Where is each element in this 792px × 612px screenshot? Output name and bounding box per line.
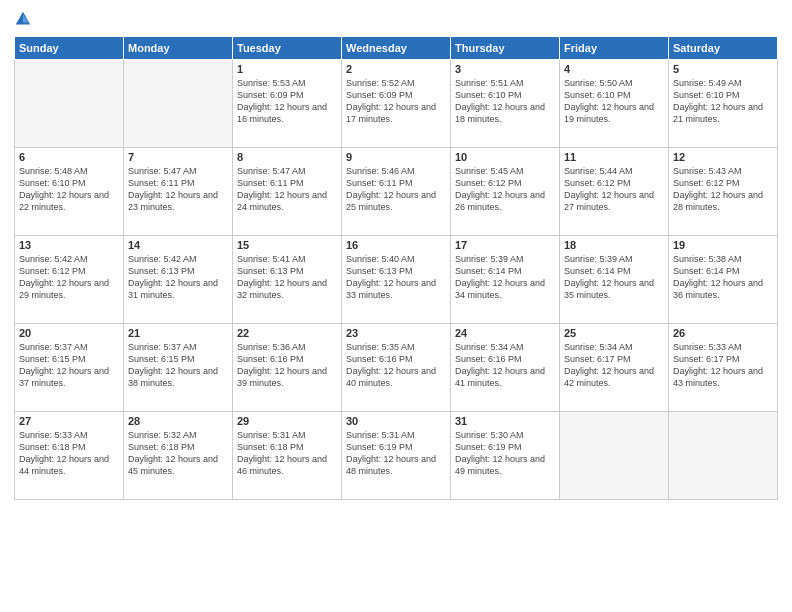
day-number: 27 (19, 415, 119, 427)
cell-info: Sunrise: 5:33 AM Sunset: 6:18 PM Dayligh… (19, 429, 119, 478)
calendar-cell: 29Sunrise: 5:31 AM Sunset: 6:18 PM Dayli… (233, 412, 342, 500)
calendar-cell: 10Sunrise: 5:45 AM Sunset: 6:12 PM Dayli… (451, 148, 560, 236)
week-row-2: 13Sunrise: 5:42 AM Sunset: 6:12 PM Dayli… (15, 236, 778, 324)
cell-info: Sunrise: 5:39 AM Sunset: 6:14 PM Dayligh… (455, 253, 555, 302)
day-number: 28 (128, 415, 228, 427)
day-number: 29 (237, 415, 337, 427)
calendar-cell: 15Sunrise: 5:41 AM Sunset: 6:13 PM Dayli… (233, 236, 342, 324)
calendar-cell: 26Sunrise: 5:33 AM Sunset: 6:17 PM Dayli… (669, 324, 778, 412)
cell-info: Sunrise: 5:45 AM Sunset: 6:12 PM Dayligh… (455, 165, 555, 214)
calendar-cell: 18Sunrise: 5:39 AM Sunset: 6:14 PM Dayli… (560, 236, 669, 324)
day-number: 9 (346, 151, 446, 163)
cell-info: Sunrise: 5:37 AM Sunset: 6:15 PM Dayligh… (128, 341, 228, 390)
calendar-cell: 22Sunrise: 5:36 AM Sunset: 6:16 PM Dayli… (233, 324, 342, 412)
cell-info: Sunrise: 5:38 AM Sunset: 6:14 PM Dayligh… (673, 253, 773, 302)
week-row-1: 6Sunrise: 5:48 AM Sunset: 6:10 PM Daylig… (15, 148, 778, 236)
cell-info: Sunrise: 5:37 AM Sunset: 6:15 PM Dayligh… (19, 341, 119, 390)
cell-info: Sunrise: 5:43 AM Sunset: 6:12 PM Dayligh… (673, 165, 773, 214)
calendar-cell: 9Sunrise: 5:46 AM Sunset: 6:11 PM Daylig… (342, 148, 451, 236)
week-row-3: 20Sunrise: 5:37 AM Sunset: 6:15 PM Dayli… (15, 324, 778, 412)
day-number: 6 (19, 151, 119, 163)
calendar-cell: 12Sunrise: 5:43 AM Sunset: 6:12 PM Dayli… (669, 148, 778, 236)
day-number: 25 (564, 327, 664, 339)
week-row-4: 27Sunrise: 5:33 AM Sunset: 6:18 PM Dayli… (15, 412, 778, 500)
cell-info: Sunrise: 5:46 AM Sunset: 6:11 PM Dayligh… (346, 165, 446, 214)
day-number: 7 (128, 151, 228, 163)
calendar-cell: 3Sunrise: 5:51 AM Sunset: 6:10 PM Daylig… (451, 60, 560, 148)
cell-info: Sunrise: 5:48 AM Sunset: 6:10 PM Dayligh… (19, 165, 119, 214)
cell-info: Sunrise: 5:40 AM Sunset: 6:13 PM Dayligh… (346, 253, 446, 302)
day-number: 14 (128, 239, 228, 251)
day-number: 11 (564, 151, 664, 163)
calendar-table: SundayMondayTuesdayWednesdayThursdayFrid… (14, 36, 778, 500)
day-number: 3 (455, 63, 555, 75)
cell-info: Sunrise: 5:35 AM Sunset: 6:16 PM Dayligh… (346, 341, 446, 390)
calendar-cell: 16Sunrise: 5:40 AM Sunset: 6:13 PM Dayli… (342, 236, 451, 324)
day-number: 31 (455, 415, 555, 427)
weekday-saturday: Saturday (669, 37, 778, 60)
calendar-cell: 21Sunrise: 5:37 AM Sunset: 6:15 PM Dayli… (124, 324, 233, 412)
calendar-cell: 2Sunrise: 5:52 AM Sunset: 6:09 PM Daylig… (342, 60, 451, 148)
day-number: 12 (673, 151, 773, 163)
cell-info: Sunrise: 5:47 AM Sunset: 6:11 PM Dayligh… (237, 165, 337, 214)
cell-info: Sunrise: 5:47 AM Sunset: 6:11 PM Dayligh… (128, 165, 228, 214)
calendar-cell: 31Sunrise: 5:30 AM Sunset: 6:19 PM Dayli… (451, 412, 560, 500)
calendar-cell: 11Sunrise: 5:44 AM Sunset: 6:12 PM Dayli… (560, 148, 669, 236)
calendar-cell: 17Sunrise: 5:39 AM Sunset: 6:14 PM Dayli… (451, 236, 560, 324)
calendar-cell: 24Sunrise: 5:34 AM Sunset: 6:16 PM Dayli… (451, 324, 560, 412)
calendar-cell: 27Sunrise: 5:33 AM Sunset: 6:18 PM Dayli… (15, 412, 124, 500)
logo-area (14, 10, 36, 28)
day-number: 17 (455, 239, 555, 251)
cell-info: Sunrise: 5:42 AM Sunset: 6:12 PM Dayligh… (19, 253, 119, 302)
cell-info: Sunrise: 5:49 AM Sunset: 6:10 PM Dayligh… (673, 77, 773, 126)
weekday-wednesday: Wednesday (342, 37, 451, 60)
calendar-cell: 23Sunrise: 5:35 AM Sunset: 6:16 PM Dayli… (342, 324, 451, 412)
cell-info: Sunrise: 5:30 AM Sunset: 6:19 PM Dayligh… (455, 429, 555, 478)
day-number: 15 (237, 239, 337, 251)
day-number: 30 (346, 415, 446, 427)
calendar-cell: 25Sunrise: 5:34 AM Sunset: 6:17 PM Dayli… (560, 324, 669, 412)
weekday-sunday: Sunday (15, 37, 124, 60)
day-number: 18 (564, 239, 664, 251)
cell-info: Sunrise: 5:31 AM Sunset: 6:18 PM Dayligh… (237, 429, 337, 478)
day-number: 24 (455, 327, 555, 339)
calendar-cell: 8Sunrise: 5:47 AM Sunset: 6:11 PM Daylig… (233, 148, 342, 236)
cell-info: Sunrise: 5:53 AM Sunset: 6:09 PM Dayligh… (237, 77, 337, 126)
calendar-cell: 28Sunrise: 5:32 AM Sunset: 6:18 PM Dayli… (124, 412, 233, 500)
cell-info: Sunrise: 5:34 AM Sunset: 6:17 PM Dayligh… (564, 341, 664, 390)
cell-info: Sunrise: 5:44 AM Sunset: 6:12 PM Dayligh… (564, 165, 664, 214)
calendar-cell (15, 60, 124, 148)
cell-info: Sunrise: 5:34 AM Sunset: 6:16 PM Dayligh… (455, 341, 555, 390)
day-number: 16 (346, 239, 446, 251)
calendar-cell (669, 412, 778, 500)
calendar-cell: 7Sunrise: 5:47 AM Sunset: 6:11 PM Daylig… (124, 148, 233, 236)
weekday-friday: Friday (560, 37, 669, 60)
calendar-cell: 30Sunrise: 5:31 AM Sunset: 6:19 PM Dayli… (342, 412, 451, 500)
day-number: 22 (237, 327, 337, 339)
logo-icon (14, 10, 32, 28)
day-number: 13 (19, 239, 119, 251)
calendar-body: 1Sunrise: 5:53 AM Sunset: 6:09 PM Daylig… (15, 60, 778, 500)
day-number: 10 (455, 151, 555, 163)
cell-info: Sunrise: 5:52 AM Sunset: 6:09 PM Dayligh… (346, 77, 446, 126)
cell-info: Sunrise: 5:33 AM Sunset: 6:17 PM Dayligh… (673, 341, 773, 390)
day-number: 19 (673, 239, 773, 251)
day-number: 23 (346, 327, 446, 339)
page-header (14, 10, 778, 28)
cell-info: Sunrise: 5:41 AM Sunset: 6:13 PM Dayligh… (237, 253, 337, 302)
calendar-cell: 1Sunrise: 5:53 AM Sunset: 6:09 PM Daylig… (233, 60, 342, 148)
calendar-cell: 5Sunrise: 5:49 AM Sunset: 6:10 PM Daylig… (669, 60, 778, 148)
weekday-thursday: Thursday (451, 37, 560, 60)
calendar-cell (124, 60, 233, 148)
day-number: 21 (128, 327, 228, 339)
cell-info: Sunrise: 5:50 AM Sunset: 6:10 PM Dayligh… (564, 77, 664, 126)
cell-info: Sunrise: 5:51 AM Sunset: 6:10 PM Dayligh… (455, 77, 555, 126)
day-number: 4 (564, 63, 664, 75)
day-number: 20 (19, 327, 119, 339)
day-number: 26 (673, 327, 773, 339)
calendar-cell: 6Sunrise: 5:48 AM Sunset: 6:10 PM Daylig… (15, 148, 124, 236)
cell-info: Sunrise: 5:31 AM Sunset: 6:19 PM Dayligh… (346, 429, 446, 478)
calendar-cell: 13Sunrise: 5:42 AM Sunset: 6:12 PM Dayli… (15, 236, 124, 324)
weekday-tuesday: Tuesday (233, 37, 342, 60)
calendar-cell: 20Sunrise: 5:37 AM Sunset: 6:15 PM Dayli… (15, 324, 124, 412)
